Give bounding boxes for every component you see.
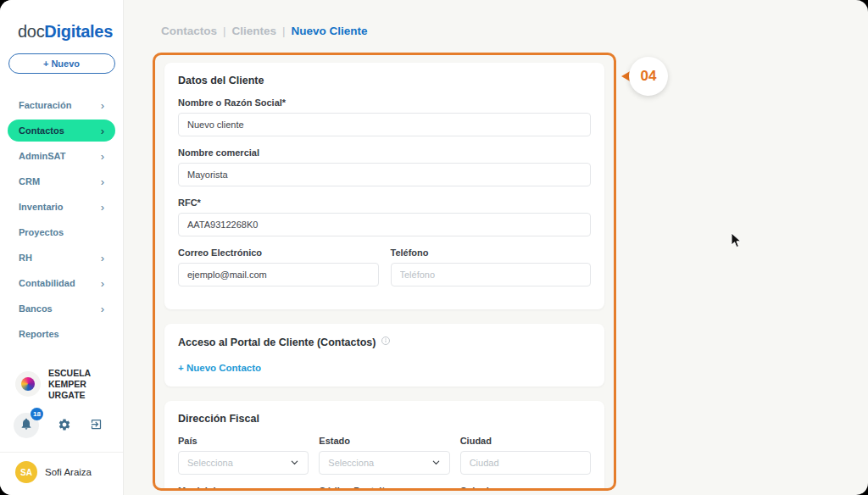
fiscal-address-card: Dirección Fiscal País Selecciona Estado bbox=[164, 401, 604, 491]
correo-input[interactable] bbox=[178, 263, 379, 286]
info-icon[interactable] bbox=[381, 336, 391, 348]
company-logo-icon bbox=[21, 377, 35, 391]
breadcrumb-clientes[interactable]: Clientes bbox=[232, 25, 277, 37]
breadcrumb-current-nuevo-cliente: Nuevo Cliente bbox=[292, 25, 368, 37]
nombre-comercial-label: Nombre comercial bbox=[178, 147, 591, 158]
ciudad-label: Ciudad bbox=[460, 436, 591, 446]
sidebar-item-adminsat[interactable]: AdminSAT › bbox=[8, 145, 115, 167]
breadcrumb-separator: | bbox=[223, 25, 226, 37]
chevron-right-icon: › bbox=[101, 151, 104, 162]
main-content: Contactos|Clientes|Nuevo Cliente Datos d… bbox=[124, 0, 868, 495]
sidebar-item-label: Facturación bbox=[19, 100, 71, 110]
sidebar-item-label: Contabilidad bbox=[19, 278, 75, 288]
rfc-label: RFC* bbox=[178, 197, 591, 208]
chevron-right-icon: › bbox=[101, 253, 104, 264]
sidebar-item-label: Proyectos bbox=[19, 227, 64, 237]
user-account[interactable]: SA Sofi Araiza bbox=[0, 452, 123, 495]
pais-label: País bbox=[178, 436, 309, 446]
logout-icon bbox=[90, 418, 103, 433]
sidebar-item-contabilidad[interactable]: Contabilidad › bbox=[8, 272, 115, 294]
section-title-direccion-fiscal: Dirección Fiscal bbox=[178, 413, 591, 425]
estado-select[interactable]: Selecciona bbox=[319, 451, 449, 475]
chevron-down-icon bbox=[431, 455, 441, 470]
ciudad-input[interactable] bbox=[460, 451, 591, 475]
sidebar-item-bancos[interactable]: Bancos › bbox=[8, 298, 115, 320]
section-title-datos-del-cliente: Datos del Cliente bbox=[178, 75, 591, 86]
chevron-right-icon: › bbox=[101, 176, 104, 187]
correo-label: Correo Electrónico bbox=[178, 248, 379, 258]
sidebar: docDigitales + Nuevo Facturación › Conta… bbox=[0, 0, 124, 495]
nombre-comercial-input[interactable] bbox=[178, 163, 591, 186]
user-name: Sofi Araiza bbox=[45, 467, 92, 477]
sidebar-actions: 18 bbox=[0, 413, 123, 438]
sidebar-item-rh[interactable]: RH › bbox=[8, 247, 115, 269]
company-account[interactable]: ESCUELA KEMPER URGATE bbox=[0, 368, 123, 401]
chevron-right-icon: › bbox=[101, 100, 104, 111]
new-contact-link[interactable]: + Nuevo Contacto bbox=[178, 363, 261, 373]
annotation-step-badge: 04 bbox=[629, 57, 668, 96]
telefono-label: Teléfono bbox=[391, 248, 592, 258]
colonia-label: Colonia bbox=[460, 486, 591, 491]
sidebar-item-contactos[interactable]: Contactos › bbox=[8, 120, 115, 142]
app-window: docDigitales + Nuevo Facturación › Conta… bbox=[0, 0, 868, 495]
settings-button[interactable] bbox=[58, 418, 71, 434]
razon-social-label: Nombre o Razón Social* bbox=[178, 97, 591, 108]
sidebar-item-label: AdminSAT bbox=[19, 151, 65, 161]
sidebar-nav: Facturación › Contactos › AdminSAT › CRM… bbox=[0, 94, 123, 345]
client-data-card: Datos del Cliente Nombre o Razón Social*… bbox=[164, 63, 604, 309]
chevron-right-icon: › bbox=[101, 202, 104, 213]
rfc-input[interactable] bbox=[178, 213, 591, 236]
sidebar-item-label: Reportes bbox=[19, 329, 59, 339]
logo-text-doc: doc bbox=[18, 22, 44, 41]
notification-count-badge: 18 bbox=[31, 408, 43, 420]
municipio-label: Municipio bbox=[178, 486, 309, 491]
annotation-highlight-box: Datos del Cliente Nombre o Razón Social*… bbox=[153, 53, 616, 491]
breadcrumb-separator: | bbox=[282, 25, 286, 37]
telefono-input[interactable] bbox=[391, 263, 592, 286]
company-name: ESCUELA KEMPER URGATE bbox=[48, 368, 114, 401]
user-avatar: SA bbox=[15, 461, 37, 483]
razon-social-input[interactable] bbox=[178, 113, 591, 136]
sidebar-item-label: RH bbox=[19, 253, 32, 263]
breadcrumb: Contactos|Clientes|Nuevo Cliente bbox=[161, 25, 368, 37]
sidebar-item-label: CRM bbox=[19, 176, 40, 186]
gear-icon bbox=[58, 418, 71, 434]
pais-select-placeholder: Selecciona bbox=[187, 458, 233, 468]
sidebar-item-facturacion[interactable]: Facturación › bbox=[8, 94, 115, 116]
company-avatar bbox=[15, 371, 41, 397]
sidebar-item-inventario[interactable]: Inventario › bbox=[8, 196, 115, 218]
bell-icon bbox=[19, 417, 33, 434]
sidebar-account-section: ESCUELA KEMPER URGATE 18 bbox=[0, 368, 123, 495]
sidebar-item-crm[interactable]: CRM › bbox=[8, 170, 115, 192]
logo-text-digitales: Digitales bbox=[44, 22, 113, 41]
section-title-acceso-portal: Acceso al Portal de Cliente (Contactos) bbox=[178, 336, 376, 348]
chevron-down-icon bbox=[290, 455, 299, 470]
notifications-button[interactable]: 18 bbox=[14, 413, 39, 438]
mouse-cursor bbox=[731, 232, 743, 253]
breadcrumb-contactos[interactable]: Contactos bbox=[161, 25, 217, 37]
portal-access-card: Acceso al Portal de Cliente (Contactos) … bbox=[164, 324, 604, 387]
sidebar-item-label: Inventario bbox=[19, 202, 64, 212]
chevron-right-icon: › bbox=[101, 303, 104, 314]
logout-button[interactable] bbox=[90, 418, 103, 433]
new-button[interactable]: + Nuevo bbox=[8, 53, 115, 74]
pais-select[interactable]: Selecciona bbox=[178, 451, 309, 475]
sidebar-item-label: Bancos bbox=[19, 303, 53, 314]
codigo-postal-label: Código Postal* bbox=[319, 486, 449, 491]
sidebar-item-proyectos[interactable]: Proyectos bbox=[8, 221, 115, 243]
estado-select-placeholder: Selecciona bbox=[328, 458, 374, 468]
sidebar-item-reportes[interactable]: Reportes bbox=[8, 323, 115, 345]
sidebar-item-label: Contactos bbox=[19, 125, 64, 136]
app-logo: docDigitales bbox=[0, 0, 123, 42]
chevron-right-icon: › bbox=[101, 125, 104, 136]
estado-label: Estado bbox=[319, 436, 449, 446]
chevron-right-icon: › bbox=[101, 278, 104, 289]
